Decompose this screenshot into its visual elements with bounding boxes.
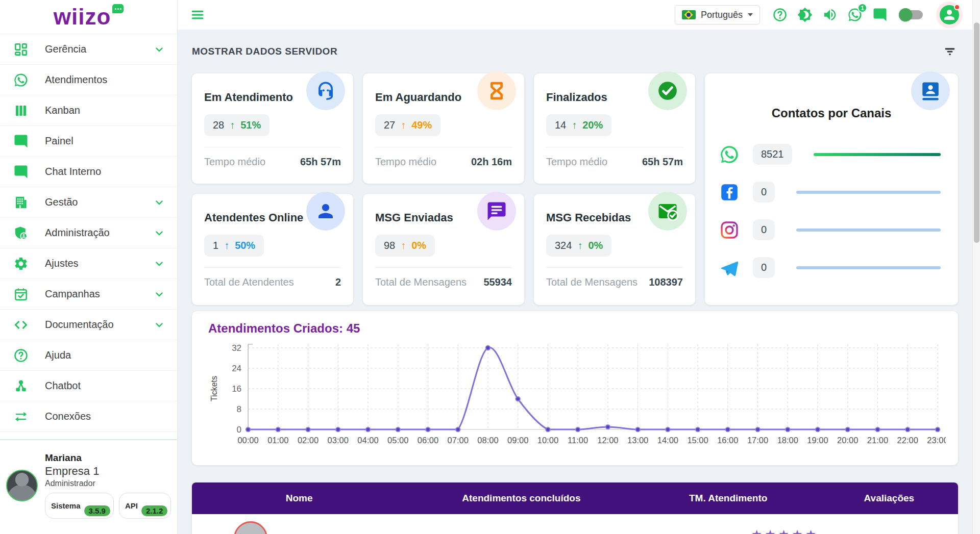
hourglass-icon [477,71,516,110]
stat-card-finalizados: Finalizados14↑20%Tempo médio65h 57m [534,73,695,184]
theme-toggle-icon[interactable] [797,7,813,22]
channel-bar [814,153,941,156]
stat-footer-label: Total de Mensagens [546,276,638,288]
svg-text:22:00: 22:00 [897,436,918,445]
scrollbar-thumb[interactable] [974,22,979,243]
sidebar-item-gerencia[interactable]: Gerência [0,34,177,65]
sidebar-item-gestao[interactable]: Gestão [0,187,177,218]
sidebar-item-conexoes[interactable]: Conexões [0,401,177,432]
svg-text:16:00: 16:00 [717,436,738,445]
stat-footer-label: Total de Atendentes [204,276,294,288]
svg-text:11:00: 11:00 [568,436,588,445]
help-icon[interactable] [772,7,788,22]
chart-card: Atendimentos Criados: 45 0816243200:0001… [192,311,958,465]
channel-bar [796,266,941,269]
channels-panel-title: Contatos por Canais [719,106,944,120]
chart-title: Atendimentos Criados: 45 [208,321,946,336]
stat-value-pill: 27↑49% [375,114,440,136]
svg-text:15:00: 15:00 [687,436,708,445]
brand-logo[interactable]: wiizo [0,0,177,34]
sidebar-item-label: Documentação [45,319,154,330]
system-version-value: 3.5.9 [84,505,110,516]
topbar: Português 1 [178,0,972,30]
whatsapp-notifications-button[interactable]: 1 [847,7,863,22]
svg-text:20:00: 20:00 [837,436,858,445]
brazil-flag-icon [682,10,696,19]
hamburger-menu-icon[interactable] [190,7,205,22]
divider [204,147,341,147]
language-selector[interactable]: Português [675,5,760,24]
table-row: ★★★★★ [192,514,958,534]
sidebar-item-label: Gestão [45,196,154,208]
svg-text:08:00: 08:00 [477,436,498,445]
headset-icon [306,71,345,110]
sidebar-item-atendimentos[interactable]: Atendimentos [0,65,177,95]
chatbot-icon [13,378,29,394]
sidebar-item-administracao[interactable]: Administração [0,218,177,248]
svg-text:24: 24 [232,364,241,373]
building-icon [13,195,29,210]
stat-delta: 51% [240,119,261,131]
svg-text:21:00: 21:00 [867,436,888,445]
sidebar-item-ajustes[interactable]: Ajustes [0,248,177,279]
user-company: Empresa 1 [45,465,171,478]
chevron-down-icon [154,258,165,269]
internal-chat-icon[interactable] [872,7,888,22]
dashboard-icon [13,42,29,57]
sidebar-item-campanhas[interactable]: Campanhas [0,279,177,310]
agents-table: NomeAtendimentos concluídosTM. Atendimen… [192,482,958,534]
mail-check-icon [648,192,687,231]
person-icon [306,192,345,231]
sidebar-item-label: Chatbot [45,380,165,392]
svg-text:Tickets: Tickets [210,376,218,401]
svg-text:16: 16 [232,384,241,394]
kanban-icon [13,103,29,118]
sidebar-item-painel[interactable]: Painel [0,126,177,157]
profile-avatar-button[interactable] [940,5,959,24]
api-version-value: 2.1.2 [141,505,167,516]
sidebar-item-documentacao[interactable]: Documentação [0,310,177,340]
sidebar-item-chatbot[interactable]: Chatbot [0,371,177,401]
sidebar-item-label: Conexões [45,411,165,422]
channel-count: 0 [753,257,775,278]
chevron-down-icon [154,197,165,208]
filter-button[interactable] [942,43,958,60]
app: wiizo GerênciaAtendimentosKanbanPainelCh… [0,0,980,534]
user-avatar[interactable] [6,470,38,501]
check-circle-icon [648,71,687,110]
sidebar-item-ajuda[interactable]: Ajuda [0,340,177,371]
svg-text:12:00: 12:00 [597,436,618,445]
svg-text:18:00: 18:00 [777,436,798,445]
status-toggle[interactable] [900,10,923,19]
stat-value-pill: 1↑50% [204,235,264,257]
volume-icon[interactable] [822,7,838,22]
svg-text:00:00: 00:00 [237,436,258,445]
svg-text:13:00: 13:00 [627,436,648,445]
stat-footer-value: 65h 57m [642,156,683,168]
rating-stars: ★★★★★ [751,527,889,534]
svg-text:03:00: 03:00 [328,436,349,445]
sidebar-item-chat-interno[interactable]: Chat Interno [0,157,177,187]
sidebar-item-label: Gerência [45,43,154,55]
channel-bar [796,191,941,194]
channel-row-telegram: 0 [719,257,944,278]
svg-text:19:00: 19:00 [807,436,828,445]
stat-footer-value: 2 [335,276,341,288]
stat-value-pill: 324↑0% [546,235,611,257]
stat-card-em-atendimento: Em Atendimento28↑51%Tempo médio65h 57m [192,73,353,184]
sidebar-item-label: Chat Interno [45,166,165,177]
main-content: MOSTRAR DADOS SERVIDOR Contatos por Cana… [178,30,972,534]
chat-lines-icon [477,192,516,231]
user-info: Mariana Empresa 1 Administrador Sistema … [45,452,171,519]
divider [375,267,512,268]
arrow-up-icon: ↑ [577,240,582,251]
channel-count: 0 [753,219,775,240]
stat-value: 14 [555,119,566,131]
sidebar-item-kanban[interactable]: Kanban [0,95,177,126]
arrow-up-icon: ↑ [572,119,577,131]
sidebar-item-label: Ajuda [45,349,165,361]
whatsapp-badge: 1 [857,3,867,13]
toggle-knob [899,8,912,21]
stat-value-pill: 28↑51% [204,114,270,136]
channels-panel: Contatos por Canais 8521000 [705,73,958,305]
